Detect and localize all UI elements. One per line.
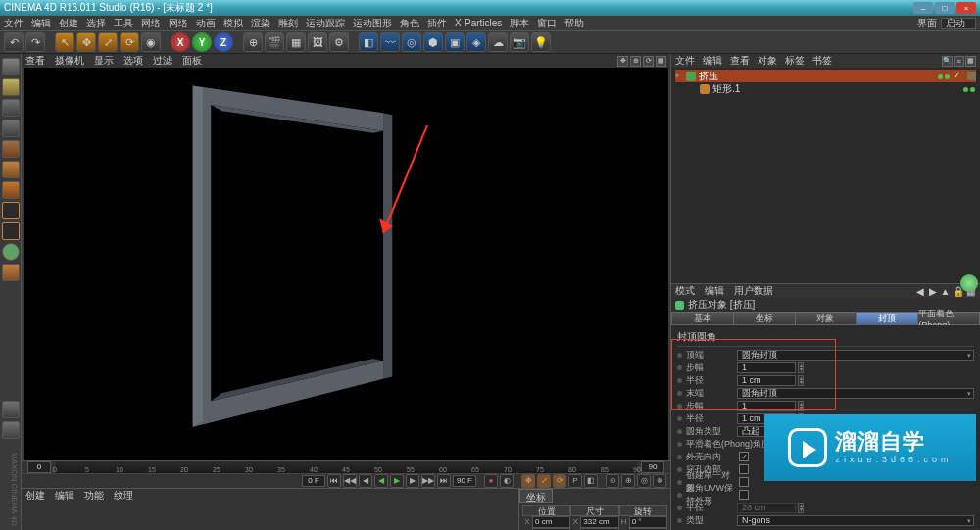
spline-primitive[interactable]: 〰 bbox=[380, 32, 400, 52]
menu-track[interactable]: 运动跟踪 bbox=[306, 17, 345, 30]
attr-checkbox[interactable]: ✓ bbox=[739, 452, 749, 461]
stepper[interactable]: ▴▾ bbox=[798, 401, 804, 411]
attr-back[interactable]: ◀ bbox=[914, 286, 925, 297]
minimize-button[interactable]: – bbox=[913, 2, 933, 14]
attr-dropdown[interactable]: N-gons bbox=[737, 515, 974, 526]
deformer[interactable]: ◈ bbox=[466, 32, 486, 52]
snap-toggle[interactable] bbox=[2, 264, 20, 281]
menu-anim[interactable]: 动画 bbox=[196, 17, 216, 30]
cube-primitive[interactable]: ◧ bbox=[359, 32, 378, 52]
extrude[interactable]: ▣ bbox=[445, 32, 465, 52]
render-picture[interactable]: 🖼 bbox=[308, 32, 327, 52]
render-view[interactable]: 🎬 bbox=[265, 32, 284, 52]
phong-tag-icon[interactable] bbox=[967, 72, 976, 80]
menu-xparticles[interactable]: X-Particles bbox=[455, 18, 502, 28]
record-key[interactable]: ● bbox=[484, 474, 498, 488]
goto-start[interactable]: ⏮ bbox=[327, 474, 341, 488]
scale-tool[interactable]: ⤢ bbox=[98, 32, 118, 52]
attr-dropdown[interactable]: 圆角封顶 bbox=[737, 388, 974, 399]
tab-phong[interactable]: 平面着色(Phong) bbox=[918, 312, 980, 325]
layout-select[interactable]: 启动 bbox=[941, 18, 976, 29]
tree-item-extrude[interactable]: ▾ 挤压 ✓ bbox=[675, 70, 976, 82]
menu-help[interactable]: 帮助 bbox=[564, 17, 584, 30]
timeline[interactable]: 0 051015202530354045505560657075808590 9… bbox=[22, 460, 670, 473]
key-rot[interactable]: ⟳ bbox=[553, 474, 566, 488]
axis-y-toggle[interactable]: Y bbox=[192, 32, 212, 52]
tl-start[interactable]: 0 bbox=[27, 461, 51, 473]
mat-func[interactable]: 功能 bbox=[84, 489, 104, 503]
play-backward[interactable]: ◀ bbox=[374, 474, 388, 488]
object-tree[interactable]: ▾ 挤压 ✓ 矩形.1 bbox=[671, 68, 980, 283]
redo-button[interactable]: ↷ bbox=[25, 32, 45, 52]
obj-layout-icon[interactable]: ▦ bbox=[965, 56, 976, 67]
vp-panel[interactable]: 面板 bbox=[182, 54, 202, 68]
tab-basic[interactable]: 基本 bbox=[671, 312, 734, 325]
attr-edit[interactable]: 编辑 bbox=[705, 284, 724, 298]
tab-coord[interactable]: 坐标 bbox=[734, 312, 796, 325]
workplane-snap[interactable] bbox=[2, 401, 20, 418]
axis-x-toggle[interactable]: X bbox=[171, 32, 190, 52]
menu-sculpt[interactable]: 雕刻 bbox=[278, 17, 298, 30]
texture-mode[interactable] bbox=[2, 78, 20, 96]
obj-file[interactable]: 文件 bbox=[675, 54, 695, 68]
tl-end[interactable]: 90 bbox=[641, 461, 664, 473]
next-frame[interactable]: ▶ bbox=[406, 474, 419, 488]
workplane-mode[interactable] bbox=[2, 99, 20, 117]
menu-select[interactable]: 选择 bbox=[86, 17, 106, 30]
attr-mode[interactable]: 模式 bbox=[675, 284, 695, 298]
prev-key[interactable]: ◀◀ bbox=[343, 474, 357, 488]
keymode1[interactable]: ⊙ bbox=[606, 474, 619, 488]
quantize[interactable] bbox=[2, 421, 20, 439]
render-settings[interactable]: ⚙ bbox=[329, 32, 349, 52]
obj-view[interactable]: 查看 bbox=[730, 54, 750, 68]
stepper[interactable]: ▴▾ bbox=[798, 362, 804, 373]
key-pla[interactable]: ◧ bbox=[584, 474, 598, 488]
tree-item-rect[interactable]: 矩形.1 bbox=[675, 82, 976, 95]
rot-h[interactable]: 0 ° bbox=[629, 516, 667, 528]
menu-tool[interactable]: 工具 bbox=[114, 17, 133, 30]
generator[interactable]: ◎ bbox=[402, 32, 421, 52]
keymode2[interactable]: ⊕ bbox=[621, 474, 635, 488]
obj-filter-icon[interactable]: ≡ bbox=[954, 56, 964, 67]
coord-tab[interactable]: 坐标 bbox=[519, 489, 553, 503]
attr-number[interactable]: 28 cm bbox=[737, 503, 796, 513]
menu-mograph[interactable]: 运动图形 bbox=[353, 17, 392, 30]
obj-bookmark[interactable]: 书签 bbox=[812, 54, 832, 68]
attr-up[interactable]: ▲ bbox=[940, 286, 951, 297]
attr-number[interactable]: 1 cm bbox=[737, 375, 796, 386]
key-scale[interactable]: ⤢ bbox=[537, 474, 551, 488]
size-x[interactable]: 332 cm bbox=[580, 516, 618, 528]
edge-mode[interactable] bbox=[2, 161, 20, 178]
environment[interactable]: ☁ bbox=[488, 32, 508, 52]
menu-file[interactable]: 文件 bbox=[4, 17, 24, 30]
render-region[interactable]: ▦ bbox=[286, 32, 306, 52]
axis-z-toggle[interactable]: Z bbox=[214, 32, 233, 52]
tl-cur[interactable]: 0 F bbox=[302, 475, 325, 487]
menu-render[interactable]: 渲染 bbox=[251, 17, 270, 30]
uv-point-mode[interactable] bbox=[2, 202, 20, 219]
play-forward[interactable]: ▶ bbox=[390, 474, 404, 488]
menu-create[interactable]: 创建 bbox=[59, 17, 78, 30]
key-param[interactable]: P bbox=[568, 474, 582, 488]
attr-fwd[interactable]: ▶ bbox=[927, 286, 938, 297]
vp-display[interactable]: 显示 bbox=[94, 54, 114, 68]
uv-poly-mode[interactable] bbox=[2, 222, 20, 240]
help-bubble-icon[interactable] bbox=[960, 274, 978, 292]
next-key[interactable]: ▶▶ bbox=[421, 474, 435, 488]
attr-checkbox[interactable] bbox=[739, 464, 749, 474]
vp-camera[interactable]: 摄像机 bbox=[55, 54, 84, 68]
obj-search-icon[interactable]: 🔍 bbox=[942, 56, 953, 67]
attr-checkbox[interactable] bbox=[739, 490, 749, 500]
attr-userdata[interactable]: 用户数据 bbox=[734, 284, 773, 298]
polygon-mode[interactable] bbox=[2, 181, 20, 199]
tl-ruler[interactable]: 051015202530354045505560657075808590 bbox=[55, 461, 637, 473]
coord-system[interactable]: ⊕ bbox=[243, 32, 263, 52]
tab-cap[interactable]: 封顶 bbox=[857, 312, 918, 325]
attr-number[interactable]: 1 bbox=[737, 362, 796, 373]
keymode3[interactable]: ◎ bbox=[637, 474, 651, 488]
mat-edit[interactable]: 编辑 bbox=[55, 489, 74, 503]
vp-options[interactable]: 选项 bbox=[123, 54, 143, 68]
keymode4[interactable]: ⊗ bbox=[653, 474, 666, 488]
stepper[interactable]: ▴▾ bbox=[798, 503, 804, 513]
stepper[interactable]: ▴▾ bbox=[798, 413, 804, 424]
